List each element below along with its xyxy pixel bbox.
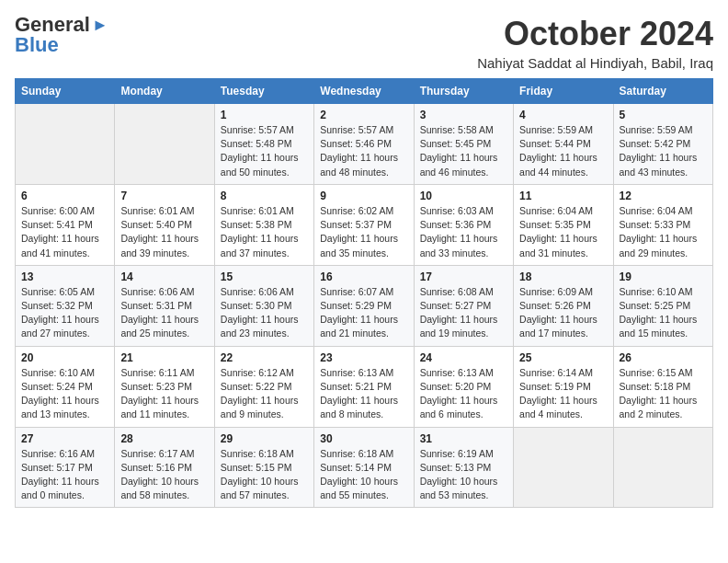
calendar-day-cell: 6Sunrise: 6:00 AMSunset: 5:41 PMDaylight… (16, 184, 115, 265)
day-number: 22 (221, 351, 308, 364)
day-number: 27 (21, 432, 108, 445)
day-detail: Sunrise: 6:07 AMSunset: 5:29 PMDaylight:… (320, 285, 407, 341)
calendar-day-cell (514, 427, 613, 508)
day-detail: Sunrise: 6:13 AMSunset: 5:21 PMDaylight:… (320, 366, 407, 422)
day-number: 26 (620, 351, 707, 364)
calendar-day-cell: 21Sunrise: 6:11 AMSunset: 5:23 PMDayligh… (115, 346, 214, 427)
calendar-day-cell: 25Sunrise: 6:14 AMSunset: 5:19 PMDayligh… (514, 346, 613, 427)
day-number: 17 (420, 270, 507, 283)
calendar-day-cell: 20Sunrise: 6:10 AMSunset: 5:24 PMDayligh… (16, 346, 115, 427)
calendar-header-row: SundayMondayTuesdayWednesdayThursdayFrid… (16, 79, 713, 104)
logo: General ► Blue (15, 15, 108, 55)
calendar-day-cell: 31Sunrise: 6:19 AMSunset: 5:13 PMDayligh… (414, 427, 513, 508)
calendar-day-cell: 2Sunrise: 5:57 AMSunset: 5:46 PMDaylight… (314, 104, 414, 185)
day-detail: Sunrise: 6:06 AMSunset: 5:31 PMDaylight:… (120, 285, 208, 341)
calendar-header-cell: Monday (115, 79, 214, 104)
calendar-day-cell: 24Sunrise: 6:13 AMSunset: 5:20 PMDayligh… (414, 346, 513, 427)
calendar-body: 1Sunrise: 5:57 AMSunset: 5:48 PMDaylight… (16, 104, 713, 508)
calendar-header-cell: Wednesday (314, 79, 414, 104)
day-detail: Sunrise: 5:59 AMSunset: 5:44 PMDaylight:… (519, 123, 607, 179)
day-number: 5 (620, 109, 707, 121)
day-detail: Sunrise: 6:03 AMSunset: 5:36 PMDaylight:… (420, 204, 507, 260)
logo-bird-icon: ► (92, 17, 108, 33)
day-number: 2 (320, 109, 407, 121)
day-detail: Sunrise: 5:57 AMSunset: 5:46 PMDaylight:… (320, 123, 407, 179)
day-detail: Sunrise: 5:59 AMSunset: 5:42 PMDaylight:… (620, 123, 707, 179)
day-number: 10 (420, 190, 507, 202)
calendar-header-cell: Tuesday (214, 79, 313, 104)
day-detail: Sunrise: 6:01 AMSunset: 5:40 PMDaylight:… (120, 204, 208, 260)
month-title: October 2024 (477, 15, 713, 53)
calendar-day-cell (16, 104, 115, 185)
day-number: 13 (21, 270, 108, 283)
title-block: October 2024 Nahiyat Saddat al Hindiyah,… (477, 15, 713, 71)
day-detail: Sunrise: 6:14 AMSunset: 5:19 PMDaylight:… (519, 366, 607, 422)
day-number: 8 (221, 190, 308, 202)
day-number: 21 (120, 351, 208, 364)
day-number: 23 (320, 351, 407, 364)
day-number: 12 (620, 190, 707, 202)
day-number: 4 (519, 109, 607, 121)
day-detail: Sunrise: 6:11 AMSunset: 5:23 PMDaylight:… (120, 366, 208, 422)
day-detail: Sunrise: 6:02 AMSunset: 5:37 PMDaylight:… (320, 204, 407, 260)
day-number: 6 (21, 190, 108, 202)
day-detail: Sunrise: 5:57 AMSunset: 5:48 PMDaylight:… (221, 123, 308, 179)
calendar-day-cell: 14Sunrise: 6:06 AMSunset: 5:31 PMDayligh… (115, 265, 214, 346)
calendar-header-cell: Friday (514, 79, 613, 104)
logo-blue-text: Blue (15, 35, 59, 55)
day-detail: Sunrise: 6:06 AMSunset: 5:30 PMDaylight:… (221, 285, 308, 341)
calendar-day-cell: 28Sunrise: 6:17 AMSunset: 5:16 PMDayligh… (115, 427, 214, 508)
day-detail: Sunrise: 6:15 AMSunset: 5:18 PMDaylight:… (620, 366, 707, 422)
calendar-day-cell: 30Sunrise: 6:18 AMSunset: 5:14 PMDayligh… (314, 427, 414, 508)
day-detail: Sunrise: 6:04 AMSunset: 5:35 PMDaylight:… (519, 204, 607, 260)
day-number: 28 (120, 432, 208, 445)
day-detail: Sunrise: 6:18 AMSunset: 5:15 PMDaylight:… (221, 447, 308, 503)
calendar-day-cell (613, 427, 712, 508)
day-detail: Sunrise: 6:09 AMSunset: 5:26 PMDaylight:… (519, 285, 607, 341)
calendar-header-cell: Saturday (613, 79, 712, 104)
calendar-header-cell: Sunday (16, 79, 115, 104)
calendar-day-cell: 9Sunrise: 6:02 AMSunset: 5:37 PMDaylight… (314, 184, 414, 265)
day-detail: Sunrise: 6:00 AMSunset: 5:41 PMDaylight:… (21, 204, 108, 260)
day-number: 16 (320, 270, 407, 283)
day-number: 31 (420, 432, 507, 445)
location-title: Nahiyat Saddat al Hindiyah, Babil, Iraq (477, 55, 713, 71)
day-number: 14 (120, 270, 208, 283)
day-detail: Sunrise: 6:10 AMSunset: 5:24 PMDaylight:… (21, 366, 108, 422)
day-detail: Sunrise: 6:01 AMSunset: 5:38 PMDaylight:… (221, 204, 308, 260)
calendar-day-cell: 3Sunrise: 5:58 AMSunset: 5:45 PMDaylight… (414, 104, 513, 185)
day-number: 3 (420, 109, 507, 121)
calendar-header-cell: Thursday (414, 79, 513, 104)
calendar-day-cell: 1Sunrise: 5:57 AMSunset: 5:48 PMDaylight… (214, 104, 313, 185)
calendar-day-cell: 23Sunrise: 6:13 AMSunset: 5:21 PMDayligh… (314, 346, 414, 427)
calendar-day-cell (115, 104, 214, 185)
calendar-day-cell: 29Sunrise: 6:18 AMSunset: 5:15 PMDayligh… (214, 427, 313, 508)
day-detail: Sunrise: 6:12 AMSunset: 5:22 PMDaylight:… (221, 366, 308, 422)
calendar-day-cell: 13Sunrise: 6:05 AMSunset: 5:32 PMDayligh… (16, 265, 115, 346)
day-detail: Sunrise: 6:18 AMSunset: 5:14 PMDaylight:… (320, 447, 407, 503)
day-number: 30 (320, 432, 407, 445)
calendar-day-cell: 26Sunrise: 6:15 AMSunset: 5:18 PMDayligh… (613, 346, 712, 427)
calendar-day-cell: 22Sunrise: 6:12 AMSunset: 5:22 PMDayligh… (214, 346, 313, 427)
day-number: 11 (519, 190, 607, 202)
calendar-day-cell: 12Sunrise: 6:04 AMSunset: 5:33 PMDayligh… (613, 184, 712, 265)
day-number: 25 (519, 351, 607, 364)
calendar-day-cell: 8Sunrise: 6:01 AMSunset: 5:38 PMDaylight… (214, 184, 313, 265)
calendar-week-row: 13Sunrise: 6:05 AMSunset: 5:32 PMDayligh… (16, 265, 713, 346)
calendar-week-row: 1Sunrise: 5:57 AMSunset: 5:48 PMDaylight… (16, 104, 713, 185)
day-detail: Sunrise: 5:58 AMSunset: 5:45 PMDaylight:… (420, 123, 507, 179)
day-detail: Sunrise: 6:10 AMSunset: 5:25 PMDaylight:… (620, 285, 707, 341)
calendar-week-row: 27Sunrise: 6:16 AMSunset: 5:17 PMDayligh… (16, 427, 713, 508)
page-header: General ► Blue October 2024 Nahiyat Sadd… (15, 15, 713, 71)
day-detail: Sunrise: 6:16 AMSunset: 5:17 PMDaylight:… (21, 447, 108, 503)
calendar-day-cell: 16Sunrise: 6:07 AMSunset: 5:29 PMDayligh… (314, 265, 414, 346)
day-detail: Sunrise: 6:04 AMSunset: 5:33 PMDaylight:… (620, 204, 707, 260)
day-number: 9 (320, 190, 407, 202)
day-detail: Sunrise: 6:17 AMSunset: 5:16 PMDaylight:… (120, 447, 208, 503)
calendar-day-cell: 7Sunrise: 6:01 AMSunset: 5:40 PMDaylight… (115, 184, 214, 265)
day-number: 20 (21, 351, 108, 364)
calendar-day-cell: 10Sunrise: 6:03 AMSunset: 5:36 PMDayligh… (414, 184, 513, 265)
day-number: 1 (221, 109, 308, 121)
calendar-day-cell: 15Sunrise: 6:06 AMSunset: 5:30 PMDayligh… (214, 265, 313, 346)
logo-general-text: General (15, 15, 90, 35)
